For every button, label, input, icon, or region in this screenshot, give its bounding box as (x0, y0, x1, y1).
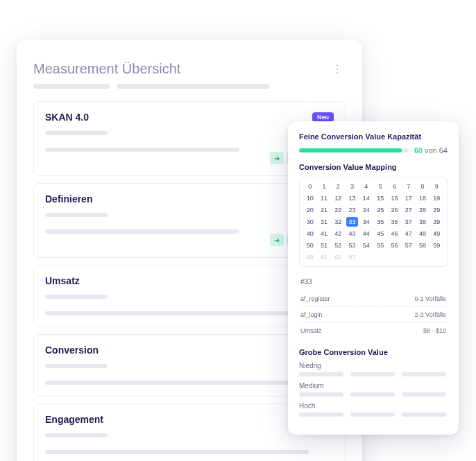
cv-cell-31[interactable]: 31 (318, 217, 330, 227)
capacity-progress (299, 148, 409, 153)
cv-detail-rows: af_register0-1 Vorfälleaf_login2-3 Vorfä… (300, 291, 446, 338)
arrow-icon[interactable]: ➜ (270, 152, 284, 164)
cv-cell-11[interactable]: 11 (318, 193, 330, 203)
cv-cell-37[interactable]: 37 (402, 217, 414, 227)
cv-cell-41[interactable]: 41 (318, 229, 330, 238)
cv-cell-4[interactable]: 4 (360, 182, 372, 191)
cv-cell-18[interactable]: 18 (416, 193, 428, 203)
cv-cell-28[interactable]: 28 (416, 205, 428, 215)
cv-cell-10[interactable]: 10 (304, 193, 316, 203)
cv-cell-22[interactable]: 22 (332, 205, 344, 215)
arrow-icon[interactable]: ➜ (270, 234, 284, 246)
conversion-value-panel: Feine Conversion Value Kapazität 60 von … (288, 121, 459, 435)
cv-cell-21[interactable]: 21 (318, 205, 330, 215)
cv-cell-33[interactable]: 33 (346, 217, 358, 227)
coarse-label: Niedrig (299, 362, 448, 369)
cv-cell-9[interactable]: 9 (431, 182, 443, 191)
cv-cell-36[interactable]: 36 (389, 217, 400, 227)
section-title: SKAN 4.0 (45, 112, 89, 123)
cv-cell-32[interactable]: 32 (332, 217, 344, 227)
cv-cell-16[interactable]: 16 (389, 193, 400, 203)
detail-label: af_login (300, 311, 323, 318)
cv-cell-8[interactable]: 8 (416, 182, 428, 191)
capacity-progress-fill (299, 148, 402, 153)
cv-cell-46[interactable]: 46 (389, 229, 400, 238)
cv-cell-59[interactable]: 59 (431, 241, 443, 250)
cv-detail-box: #33 af_register0-1 Vorfälleaf_login2-3 V… (299, 272, 448, 338)
cv-cell-1[interactable]: 1 (318, 182, 330, 191)
cv-cell-57[interactable]: 57 (402, 241, 414, 250)
coarse-levels: NiedrigMediumHoch (299, 362, 448, 417)
cv-cell-27[interactable]: 27 (402, 205, 414, 215)
cv-cell-2[interactable]: 2 (332, 182, 344, 191)
subtitle-skeleton (33, 84, 346, 89)
cv-cell-6[interactable]: 6 (389, 182, 400, 191)
more-menu-icon[interactable]: ⋮ (329, 60, 346, 78)
cv-cell-51[interactable]: 51 (318, 241, 330, 250)
cv-cell-40[interactable]: 40 (304, 229, 316, 238)
cv-cell-5[interactable]: 5 (374, 182, 386, 191)
cv-cell-44[interactable]: 44 (360, 229, 372, 238)
mapping-title: Conversion Value Mapping (299, 163, 448, 171)
cv-cell-13[interactable]: 13 (346, 193, 358, 203)
cv-cell-26[interactable]: 26 (389, 205, 400, 215)
cv-cell-14[interactable]: 14 (360, 193, 372, 203)
cv-cell-15[interactable]: 15 (374, 193, 386, 203)
section-title: Conversion (45, 345, 99, 356)
selected-cv-id: #33 (300, 278, 446, 286)
detail-value: 2-3 Vorfälle (414, 311, 446, 318)
capacity-progress-row: 60 von 64 (299, 146, 448, 155)
coarse-row-niedrig: Niedrig (299, 362, 448, 376)
cv-cell-20[interactable]: 20 (304, 205, 316, 215)
capacity-title: Feine Conversion Value Kapazität (299, 132, 448, 141)
coarse-row-hoch: Hoch (299, 402, 448, 417)
cv-cell-45[interactable]: 45 (374, 229, 386, 238)
cv-cell-12[interactable]: 12 (332, 193, 344, 203)
cv-cell-24[interactable]: 24 (360, 205, 372, 215)
section-title: Definieren (45, 193, 92, 205)
cv-cell-39[interactable]: 39 (431, 217, 443, 227)
skeleton-line (299, 412, 448, 417)
cv-cell-38[interactable]: 38 (416, 217, 428, 227)
cv-cell-34[interactable]: 34 (360, 217, 372, 227)
cv-cell-53[interactable]: 53 (346, 241, 358, 250)
cv-cell-3[interactable]: 3 (346, 182, 358, 191)
cv-cell-35[interactable]: 35 (374, 217, 386, 227)
cv-cell-61: 61 (318, 252, 330, 262)
cv-cell-43[interactable]: 43 (346, 229, 358, 238)
coarse-cv-title: Grobe Conversion Value (299, 348, 448, 356)
detail-row: Umsatz$8 - $10 (300, 323, 446, 338)
section-title: Umsatz (45, 275, 80, 286)
skeleton-line (45, 433, 334, 437)
skeleton-line (45, 450, 334, 454)
cv-cell-56[interactable]: 56 (389, 241, 400, 250)
cv-cell-23[interactable]: 23 (346, 205, 358, 215)
cv-cell-0[interactable]: 0 (304, 182, 316, 191)
skeleton-line (299, 372, 448, 376)
cv-cell-48[interactable]: 48 (416, 229, 428, 238)
detail-value: $8 - $10 (423, 327, 446, 334)
conversion-value-grid: 0123456789101112131415161718192021222324… (299, 177, 448, 267)
section-header: SKAN 4.0Neu (45, 112, 334, 123)
cv-cell-63: 63 (346, 252, 358, 262)
cv-cell-17[interactable]: 17 (402, 193, 414, 203)
section-title: Engagement (45, 414, 103, 425)
cv-cell-49[interactable]: 49 (431, 229, 443, 238)
cv-cell-29[interactable]: 29 (431, 205, 443, 215)
coarse-row-medium: Medium (299, 382, 448, 397)
cv-cell-30[interactable]: 30 (304, 217, 316, 227)
cv-cell-25[interactable]: 25 (374, 205, 386, 215)
coarse-label: Medium (299, 382, 448, 390)
cv-cell-55[interactable]: 55 (374, 241, 386, 250)
cv-cell-54[interactable]: 54 (360, 241, 372, 250)
cv-cell-47[interactable]: 47 (402, 229, 414, 238)
cv-cell-58[interactable]: 58 (416, 241, 428, 250)
cv-cell-42[interactable]: 42 (332, 229, 344, 238)
cv-cell-7[interactable]: 7 (402, 182, 414, 191)
capacity-count: 60 von 64 (414, 146, 448, 155)
cv-cell-52[interactable]: 52 (332, 241, 344, 250)
page-title: Measurement Übersicht (33, 61, 180, 77)
cv-cell-62: 62 (332, 252, 344, 262)
cv-cell-50[interactable]: 50 (304, 241, 316, 250)
cv-cell-19[interactable]: 19 (431, 193, 443, 203)
